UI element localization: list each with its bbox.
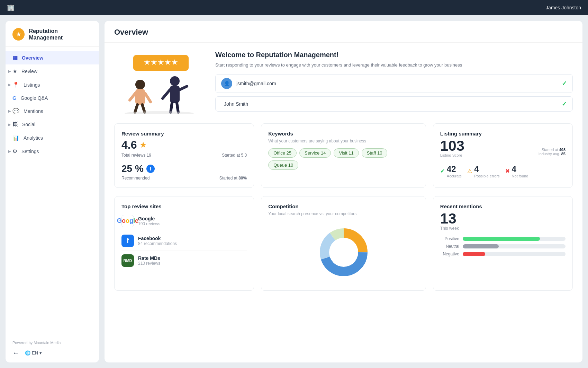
sidebar-item-label-overview: Overview xyxy=(22,55,43,61)
review-arrow-icon: ▶ xyxy=(8,69,11,73)
sidebar-item-analytics[interactable]: 📊 Analytics xyxy=(6,131,99,144)
top-review-sites-card: Top review sites Google Google 190 revie… xyxy=(114,196,254,291)
sidebar-item-social[interactable]: ▶ 🖼 Social xyxy=(6,118,99,131)
sidebar-item-label-mentions: Mentions xyxy=(24,108,43,114)
sidebar-item-label-listings: Listings xyxy=(24,82,40,88)
listing-meta: Started at 498 Industry avg. 85 xyxy=(539,148,566,156)
facebook-icon: f xyxy=(146,165,155,173)
started-at-recommend-text: Started at xyxy=(219,176,237,181)
sidebar-item-label-settings: Settings xyxy=(21,149,39,154)
lang-label: EN xyxy=(32,350,38,356)
topbar-logo-icon: 🏢 xyxy=(7,4,15,11)
sidebar-title: Reputation Management xyxy=(29,28,92,41)
accurate-icon: ✔ xyxy=(440,168,445,174)
negative-bar-track xyxy=(463,252,566,256)
main-body: ★★★★★ xyxy=(105,43,582,362)
analytics-icon: 📊 xyxy=(12,134,19,141)
sidebar-item-label-social: Social xyxy=(22,122,35,127)
email-field: 👤 jsmith@gmail.com ✓ xyxy=(215,74,573,93)
welcome-section: ★★★★★ xyxy=(114,51,573,115)
google-qa-icon: G xyxy=(12,95,17,101)
listing-stat-errors: ⚠ 4 Possible errors xyxy=(467,164,499,178)
social-icon: 🖼 xyxy=(12,121,18,128)
site-item-google: Google Google 190 reviews xyxy=(121,211,247,231)
keywords-subtitle: What your customers are saying about you… xyxy=(268,139,419,143)
ratemds-count: 210 reviews xyxy=(138,261,160,266)
mention-bar-negative: Negative xyxy=(440,252,566,256)
started-at-recommend: Started at 80% xyxy=(219,176,247,181)
facebook-logo: f xyxy=(121,235,134,247)
settings-icon: ⚙ xyxy=(12,148,17,155)
recent-mentions-title: Recent mentions xyxy=(440,203,566,209)
sidebar-item-review[interactable]: ▶ ★ Review xyxy=(6,64,99,78)
positive-bar-label: Positive xyxy=(440,236,459,241)
welcome-title: Welcome to Reputation Management! xyxy=(215,51,573,59)
review-icon: ★ xyxy=(12,68,17,75)
competition-subtitle: Your local search presence vs. your comp… xyxy=(268,211,419,216)
sidebar-header: ★ Reputation Management xyxy=(6,21,99,47)
listing-stat-accurate: ✔ 42 Accurate xyxy=(440,164,462,178)
social-arrow-icon: ▶ xyxy=(8,123,11,126)
neutral-bar-fill xyxy=(463,244,499,248)
neutral-bar-track xyxy=(463,244,566,248)
svg-line-10 xyxy=(163,90,170,98)
mentions-period-label: This week xyxy=(440,226,566,231)
top-review-sites-title: Top review sites xyxy=(121,203,247,209)
ratemds-name: Rate MDs xyxy=(138,255,160,261)
back-button[interactable]: ← xyxy=(12,349,19,357)
negative-bar-fill xyxy=(463,252,485,256)
sidebar-item-listings[interactable]: ▶ 📍 Listings xyxy=(6,78,99,91)
errors-label: Possible errors xyxy=(474,174,499,178)
language-selector[interactable]: 🌐 EN ▾ xyxy=(25,350,42,356)
recommend-stats: Recommended Started at 80% xyxy=(121,176,247,181)
topbar: 🏢 James Johnston xyxy=(0,0,588,15)
cards-row: Review summary 4.6 ★ Total reviews 19 St… xyxy=(114,123,573,188)
rating-row: 4.6 ★ xyxy=(121,139,247,151)
started-at-label: Started at 5.0 xyxy=(222,153,247,158)
facebook-info: Facebook 84 recommendations xyxy=(138,236,177,246)
errors-count: 4 xyxy=(474,164,499,174)
sidebar-star-icon: ★ xyxy=(12,28,25,41)
listing-summary-card: Listing summary 103 Listing Score Starte… xyxy=(433,123,573,188)
topbar-user: James Johnston xyxy=(546,5,581,10)
keywords-card: Keywords What your customers are saying … xyxy=(261,123,426,188)
mentions-count: 13 xyxy=(440,211,566,226)
powered-by-text: Powered by Mountain Media xyxy=(12,341,92,345)
mentions-arrow-icon: ▶ xyxy=(8,109,11,113)
svg-point-8 xyxy=(170,76,180,86)
accurate-label: Accurate xyxy=(447,174,462,178)
sidebar-bottom-actions: ← 🌐 EN ▾ xyxy=(12,349,92,357)
sidebar-item-mentions[interactable]: ▶ 💬 Mentions xyxy=(6,104,99,118)
keyword-tag-service: Service 14 xyxy=(299,148,331,158)
chevron-down-icon: ▾ xyxy=(39,350,42,356)
sidebar-item-settings[interactable]: ▶ ⚙ Settings xyxy=(6,144,99,158)
sidebar-item-label-analytics: Analytics xyxy=(24,135,43,141)
keyword-tags: Office 25 Service 14 Visit 11 Staff 10 Q… xyxy=(268,148,419,170)
listing-score-label: Listing Score xyxy=(440,153,464,157)
not-found-count: 4 xyxy=(512,164,528,174)
keyword-tag-office: Office 25 xyxy=(268,148,297,158)
google-count: 190 reviews xyxy=(138,221,160,226)
page-title: Overview xyxy=(114,28,573,37)
svg-point-2 xyxy=(135,80,145,89)
negative-bar-label: Negative xyxy=(440,252,459,256)
svg-line-11 xyxy=(180,86,187,90)
site-item-ratemds: RMD Rate MDs 210 reviews xyxy=(121,251,247,270)
svg-rect-3 xyxy=(135,89,145,105)
facebook-count: 84 recommendations xyxy=(138,241,177,246)
welcome-text-area: Welcome to Reputation Management! Start … xyxy=(215,51,573,115)
sidebar-item-overview[interactable]: ▦ Overview xyxy=(6,51,99,64)
name-check-icon: ✓ xyxy=(562,100,567,108)
settings-arrow-icon: ▶ xyxy=(8,149,11,153)
rating-star-icon: ★ xyxy=(139,140,147,150)
positive-bar-fill xyxy=(463,237,540,241)
email-avatar-icon: 👤 xyxy=(221,78,232,89)
google-name: Google xyxy=(138,216,160,221)
sidebar-item-google-qa[interactable]: G Google Q&A xyxy=(6,91,99,104)
neutral-bar-label: Neutral xyxy=(440,244,459,249)
rating-number: 4.6 xyxy=(121,139,137,151)
started-at-recommend-value: 80% xyxy=(238,176,247,181)
review-stats: Total reviews 19 Started at 5.0 xyxy=(121,153,247,158)
sidebar-footer: Powered by Mountain Media ← 🌐 EN ▾ xyxy=(6,335,99,362)
review-summary-title: Review summary xyxy=(121,131,247,137)
